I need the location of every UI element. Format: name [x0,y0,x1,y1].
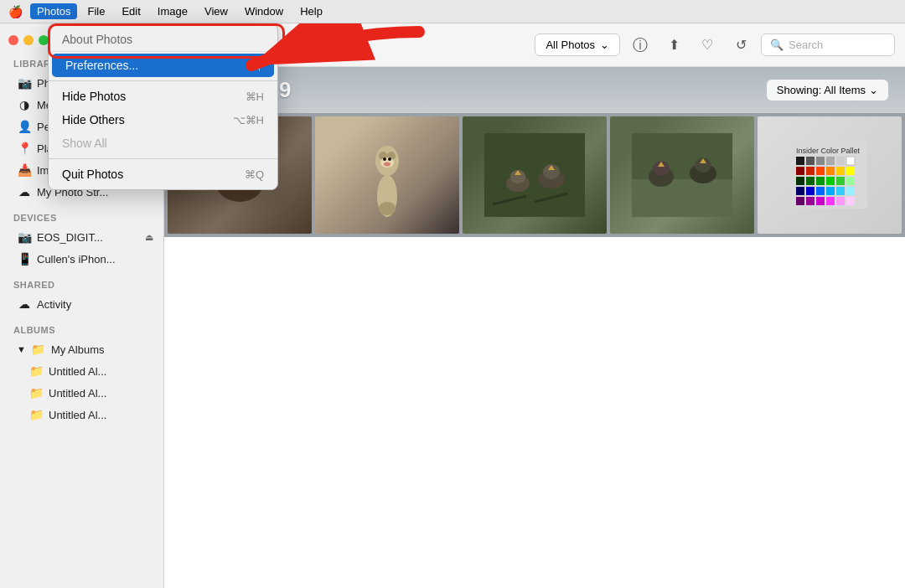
eject-icon[interactable]: ⏏ [145,232,153,243]
menu-item-show-all: Show All [49,132,277,155]
share-button[interactable]: ⬆ [660,32,687,59]
menubar-view[interactable]: View [198,3,235,19]
menubar-photos[interactable]: Photos [30,3,77,19]
share-icon: ⬆ [669,37,680,53]
showing-button[interactable]: Showing: All Items ⌄ [767,80,888,101]
memories-icon: ◑ [17,98,32,111]
sidebar-eos-label: EOS_DIGIT... [37,231,103,244]
svg-rect-37 [806,157,814,165]
menu-item-preferences[interactable]: Preferences... ⌘, [52,54,274,77]
search-placeholder: Search [789,39,823,51]
show-all-label: Show All [62,137,257,150]
album-icon-1: 📁 [28,364,44,378]
heart-button[interactable]: ♡ [694,32,721,59]
menubar-help[interactable]: Help [293,3,329,19]
svg-point-15 [384,162,390,167]
sidebar-item-untitled3[interactable]: 📁 Untitled Al... [3,405,160,425]
menubar: 🍎 Photos File Edit Image View Window Hel… [0,0,905,23]
sidebar-item-untitled1[interactable]: 📁 Untitled Al... [3,361,160,381]
heart-icon: ♡ [701,37,713,53]
sidebar-iphone-label: Cullen's iPhon... [37,253,116,266]
info-button[interactable]: ⓘ [627,32,654,59]
sidebar-item-activity[interactable]: ☁ Activity [3,294,160,314]
all-photos-label: All Photos [546,39,595,51]
photos-icon: 📷 [17,76,32,90]
minimize-button[interactable] [23,35,34,45]
svg-rect-39 [826,157,835,165]
svg-rect-56 [816,187,825,195]
info-icon: ⓘ [633,35,648,55]
photo-birds2[interactable] [610,116,754,234]
albums-section-header: Albums [0,315,163,338]
hide-photos-label: Hide Photos [62,90,239,103]
rotate-button[interactable]: ↺ [727,32,754,59]
sidebar-my-albums-label: My Albums [51,343,105,356]
menu-item-about[interactable]: About Photos [49,28,277,52]
svg-rect-42 [796,167,804,175]
hide-others-label: Hide Others [62,113,226,126]
weasel-image [315,116,459,234]
photos-menu-overlay: About Photos Preferences... ⌘, Hide Phot… [48,23,278,190]
svg-rect-53 [846,177,855,185]
svg-rect-38 [816,157,825,165]
svg-rect-59 [846,187,855,195]
menu-separator-2 [49,158,277,159]
hide-others-shortcut: ⌥⌘H [233,114,264,126]
svg-rect-62 [816,197,825,205]
people-icon: 👤 [17,120,32,133]
sidebar-item-iphone[interactable]: 📱 Cullen's iPhon... [3,249,160,269]
svg-rect-52 [836,177,845,185]
svg-rect-17 [484,133,585,217]
sidebar-item-eos[interactable]: 📷 EOS_DIGIT... ⏏ [3,227,160,247]
svg-rect-55 [806,187,814,195]
all-photos-dropdown[interactable]: All Photos ⌄ [535,34,620,56]
iphone-icon: 📱 [17,252,32,266]
photo-weasel[interactable] [315,116,459,234]
menu-item-quit[interactable]: Quit Photos ⌘Q [49,162,277,186]
svg-point-16 [379,202,396,215]
hide-photos-shortcut: ⌘H [246,90,264,103]
menu-separator-1 [49,80,277,81]
camera-icon: 📷 [17,230,32,244]
close-button[interactable] [8,35,18,45]
about-label: About Photos [62,33,257,46]
birds2-image [610,116,754,234]
activity-cloud-icon: ☁ [17,297,32,311]
svg-rect-57 [826,187,835,195]
svg-rect-27 [632,179,732,217]
quit-label: Quit Photos [62,168,238,181]
search-icon: 🔍 [770,39,783,51]
palette-image: Insider Color Pallet [758,116,902,234]
svg-point-14 [388,157,391,161]
showing-label: Showing: All Items [777,84,866,96]
svg-rect-63 [826,197,835,205]
photo-palette[interactable]: Insider Color Pallet [758,116,902,234]
svg-rect-54 [796,187,804,195]
menubar-file[interactable]: File [80,3,111,19]
photos-dropdown-menu: About Photos Preferences... ⌘, Hide Phot… [48,23,278,190]
apple-menu[interactable]: 🍎 [7,3,23,20]
sidebar-activity-label: Activity [37,298,71,311]
svg-rect-64 [836,197,845,205]
devices-section-header: Devices [0,203,163,226]
svg-rect-40 [836,157,845,165]
sidebar-untitled2-label: Untitled Al... [49,387,106,400]
search-box[interactable]: 🔍 Search [761,34,895,56]
toolbar-center: All Photos ⌄ [535,34,620,56]
menu-item-hide-others[interactable]: Hide Others ⌥⌘H [49,108,277,132]
svg-rect-61 [806,197,814,205]
svg-rect-43 [806,167,814,175]
svg-text:Insider Color Pallet: Insider Color Pallet [796,147,861,155]
photo-birds1[interactable] [463,116,607,234]
menubar-window[interactable]: Window [238,3,290,19]
svg-rect-65 [846,197,855,205]
menubar-edit[interactable]: Edit [115,3,147,19]
svg-rect-44 [816,167,825,175]
sidebar-untitled3-label: Untitled Al... [49,409,106,421]
menu-item-hide-photos[interactable]: Hide Photos ⌘H [49,85,277,108]
sidebar-item-my-albums[interactable]: ▼ 📁 My Albums [3,339,160,359]
shared-section-header: Shared [0,270,163,293]
sidebar-item-untitled2[interactable]: 📁 Untitled Al... [3,383,160,403]
preferences-shortcut: ⌘, [246,59,261,72]
menubar-image[interactable]: Image [151,3,194,19]
